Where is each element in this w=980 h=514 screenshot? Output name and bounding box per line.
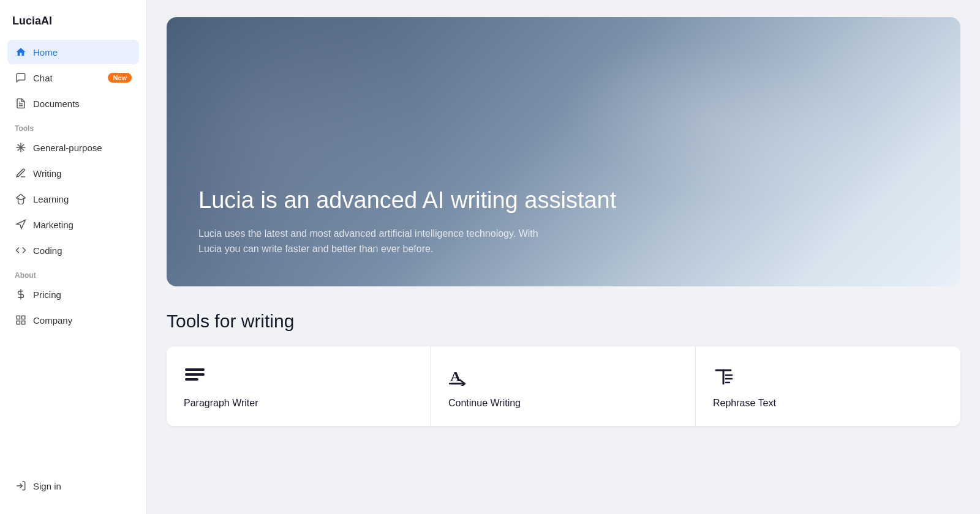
hero-subtitle: Lucia uses the latest and most advanced … (198, 226, 554, 257)
chat-icon (15, 72, 27, 84)
app-logo: LuciaAI (7, 15, 139, 28)
sidebar-item-company-label: Company (33, 315, 72, 326)
hero-title: Lucia is an advanced AI writing assistan… (198, 187, 929, 215)
tools-section-label: Tools (7, 117, 139, 135)
tools-heading: Tools for writing (167, 311, 960, 332)
rephrase-icon (713, 366, 735, 388)
sidebar-item-general-purpose-label: General-purpose (33, 143, 102, 153)
continue-icon: A (448, 366, 470, 388)
megaphone-icon (15, 218, 27, 231)
tools-grid: Paragraph Writer A Continue Writing (167, 346, 960, 426)
signin-icon (15, 480, 27, 492)
svg-rect-7 (17, 316, 20, 319)
svg-rect-10 (17, 321, 20, 324)
svg-rect-14 (185, 378, 198, 381)
home-icon (15, 46, 27, 58)
sparkle-icon (15, 141, 27, 154)
sidebar-item-learning[interactable]: Learning (7, 187, 139, 211)
grid-icon (15, 314, 27, 326)
sidebar-item-learning-label: Learning (33, 194, 69, 204)
tool-card-rephrase-text[interactable]: Rephrase Text (696, 346, 960, 426)
svg-rect-8 (22, 316, 25, 319)
sidebar-item-general-purpose[interactable]: General-purpose (7, 135, 139, 160)
svg-rect-12 (185, 368, 205, 371)
svg-text:A: A (450, 368, 461, 384)
sidebar-item-chat-label: Chat (33, 73, 53, 83)
chat-badge: New (108, 73, 132, 83)
sidebar-item-home[interactable]: Home (7, 40, 139, 64)
tools-section: Tools for writing Paragraph Writer (167, 311, 960, 426)
tool-card-paragraph-writer[interactable]: Paragraph Writer (167, 346, 431, 426)
code-icon (15, 244, 27, 256)
about-section-label: About (7, 264, 139, 282)
sidebar-item-home-label: Home (33, 47, 58, 58)
tool-card-continue-writing[interactable]: A Continue Writing (431, 346, 696, 426)
signin-label: Sign in (33, 481, 61, 491)
dollar-icon (15, 288, 27, 300)
tool-paragraph-writer-label: Paragraph Writer (184, 398, 413, 409)
sidebar-item-coding[interactable]: Coding (7, 238, 139, 263)
sidebar-item-chat[interactable]: Chat New (7, 65, 139, 90)
pencil-icon (15, 167, 27, 179)
sidebar: LuciaAI Home Chat New Docume (0, 0, 147, 514)
sidebar-item-writing-label: Writing (33, 168, 61, 179)
svg-rect-13 (185, 373, 205, 376)
main-content: Lucia is an advanced AI writing assistan… (147, 0, 980, 514)
sidebar-bottom: Sign in (7, 474, 139, 499)
sidebar-item-marketing-label: Marketing (33, 220, 74, 230)
sidebar-item-marketing[interactable]: Marketing (7, 212, 139, 237)
sidebar-item-documents[interactable]: Documents (7, 91, 139, 116)
documents-icon (15, 97, 27, 110)
sidebar-item-pricing-label: Pricing (33, 289, 61, 300)
graduation-icon (15, 193, 27, 205)
sidebar-item-coding-label: Coding (33, 245, 62, 256)
sidebar-item-writing[interactable]: Writing (7, 161, 139, 185)
tool-continue-writing-label: Continue Writing (448, 398, 678, 409)
signin-item[interactable]: Sign in (7, 474, 139, 498)
sidebar-item-pricing[interactable]: Pricing (7, 282, 139, 307)
hero-banner: Lucia is an advanced AI writing assistan… (167, 17, 960, 286)
svg-rect-9 (22, 321, 25, 324)
tool-rephrase-text-label: Rephrase Text (713, 398, 943, 409)
sidebar-item-documents-label: Documents (33, 99, 80, 109)
sidebar-item-company[interactable]: Company (7, 308, 139, 332)
paragraph-icon (184, 366, 206, 388)
